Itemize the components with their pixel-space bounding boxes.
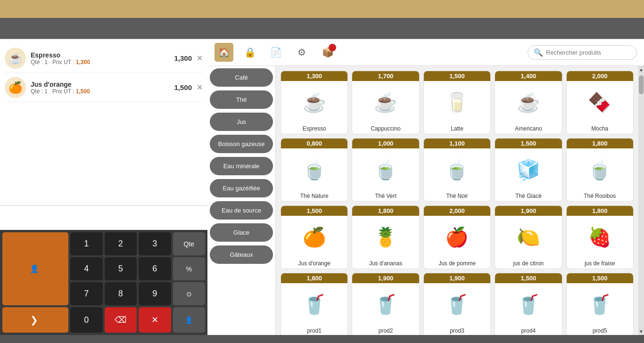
payment-button[interactable]: ❯: [2, 307, 68, 333]
category-button[interactable]: Gâteaux: [210, 245, 273, 264]
category-button[interactable]: Boisson gazeuse: [210, 135, 273, 153]
product-card[interactable]: 1,500 🥤 prod4: [495, 273, 562, 335]
product-card[interactable]: 1,800 🍵 Thé Rooibos: [566, 138, 634, 202]
product-image: ☕: [281, 81, 347, 123]
main-layout: ☕ Espresso Qté : 1 Prix UT : 1,300 1,300…: [0, 39, 644, 335]
product-image: 🥤: [495, 283, 561, 326]
numpad-key[interactable]: ✕: [139, 307, 171, 333]
top-toolbar: 🏠 🔒 📄 ⚙ 📦 🔍: [207, 39, 644, 66]
home-toolbar-button[interactable]: 🏠: [215, 43, 233, 62]
product-card[interactable]: 1,300 ☕ Espresso: [281, 71, 348, 134]
product-image: 🥤: [424, 283, 490, 326]
search-icon: 🔍: [534, 48, 543, 57]
product-price: 1,000: [352, 139, 419, 148]
product-image: 🍵: [567, 148, 633, 191]
doc-toolbar-button[interactable]: 📄: [266, 43, 285, 62]
category-button[interactable]: Eau gazéifiée: [210, 179, 273, 197]
item-details: Jus d'orange Qté : 1 Prix UT : 1,500: [31, 81, 174, 95]
product-card[interactable]: 1,400 ☕ Americano: [495, 71, 562, 134]
scroll-up-arrow[interactable]: ▲: [638, 66, 644, 73]
item-name: Espresso: [31, 51, 174, 59]
product-card[interactable]: 1,100 🍵 Thé Noir: [423, 138, 491, 202]
lock-toolbar-button[interactable]: 🔒: [240, 43, 259, 62]
numpad-key[interactable]: 8: [105, 282, 137, 305]
product-name: Cappuccino: [352, 123, 419, 134]
scroll-down-arrow[interactable]: ▼: [638, 328, 644, 335]
cart-item: ☕ Espresso Qté : 1 Prix UT : 1,300 1,300…: [5, 44, 203, 73]
product-card[interactable]: 1,800 🍍 Jus d'ananas: [352, 205, 419, 269]
numpad-key[interactable]: 👤: [173, 307, 206, 333]
numpad-key[interactable]: 1: [70, 232, 103, 255]
product-card[interactable]: 0,800 🍵 Thé Nature: [281, 138, 348, 202]
remove-item-button[interactable]: ✕: [197, 83, 203, 92]
product-grid-container[interactable]: 1,300 ☕ Espresso 1,700 ☕ Cappuccino 1,50…: [276, 66, 638, 335]
scrollbar[interactable]: ▲ ▼: [638, 66, 644, 335]
product-name: Thé Rooibos: [567, 191, 633, 201]
search-box[interactable]: 🔍: [528, 45, 637, 60]
left-panel: ☕ Espresso Qté : 1 Prix UT : 1,300 1,300…: [0, 39, 207, 335]
category-button[interactable]: Glace: [210, 223, 273, 242]
numpad-key[interactable]: Qte: [173, 232, 206, 255]
product-card[interactable]: 1,700 ☕ Cappuccino: [352, 71, 419, 134]
numpad-key[interactable]: 2: [105, 232, 137, 255]
remove-item-button[interactable]: ✕: [197, 54, 203, 63]
product-name: Jus de pomme: [424, 258, 490, 269]
numpad-key[interactable]: 7: [70, 282, 103, 305]
category-button[interactable]: Eau de source: [210, 201, 273, 220]
item-price: 1,500: [174, 83, 192, 91]
item-unit-price: 1,500: [76, 88, 90, 95]
product-name: Mocha: [567, 123, 633, 134]
product-image: 🍍: [352, 216, 419, 258]
product-image: 🥤: [567, 283, 633, 326]
product-card[interactable]: 1,500 🧊 Thé Glacé: [495, 138, 562, 202]
clients-icon: 👤: [30, 264, 39, 273]
search-input[interactable]: [546, 49, 631, 56]
item-unit-price: 1,300: [76, 59, 90, 65]
product-card[interactable]: 1,800 🥤 prod1: [281, 273, 348, 335]
category-button[interactable]: Thé: [210, 90, 273, 109]
item-image: 🍊: [5, 77, 26, 98]
product-card[interactable]: 1,500 🥛 Latte: [423, 71, 491, 134]
numpad-key[interactable]: 4: [70, 257, 103, 280]
scroll-thumb[interactable]: [639, 75, 644, 94]
product-price: 1,800: [567, 139, 633, 148]
product-price: 1,400: [495, 71, 561, 81]
product-price: 2,000: [567, 71, 633, 81]
product-price: 1,800: [281, 273, 347, 283]
clients-button[interactable]: 👤: [2, 232, 68, 305]
product-price: 1,900: [424, 273, 490, 283]
numpad-key[interactable]: ⊙: [173, 282, 206, 305]
product-card[interactable]: 1,900 🥤 prod2: [352, 273, 419, 335]
content-area: CaféThéJusBoisson gazeuseEau minéraleEau…: [207, 66, 644, 335]
category-button[interactable]: Eau minérale: [210, 157, 273, 175]
product-image: 🥤: [281, 283, 347, 326]
product-price: 1,500: [424, 71, 490, 81]
product-card[interactable]: 1,800 🍓 jus de fraise: [566, 205, 634, 269]
right-panel: 🏠 🔒 📄 ⚙ 📦 🔍 CaféThéJusBoisson gazeuseEau…: [207, 39, 644, 335]
title-bar: [0, 0, 644, 18]
numpad-key[interactable]: 0: [70, 307, 103, 333]
product-card[interactable]: 1,900 🥤 prod3: [423, 273, 491, 335]
numpad-key[interactable]: 3: [139, 232, 171, 255]
numpad-key[interactable]: 9: [139, 282, 171, 305]
category-button[interactable]: Jus: [210, 113, 273, 131]
gear-toolbar-button[interactable]: ⚙: [292, 43, 311, 62]
item-name: Jus d'orange: [31, 81, 174, 88]
numpad-key[interactable]: ⌫: [105, 307, 137, 333]
product-card[interactable]: 1,000 🍵 Thé Vert: [352, 138, 419, 202]
numpad-key[interactable]: 5: [105, 257, 137, 280]
product-grid: 1,300 ☕ Espresso 1,700 ☕ Cappuccino 1,50…: [281, 71, 634, 335]
notif-toolbar-button[interactable]: 📦: [318, 43, 337, 62]
numpad-key[interactable]: %: [173, 257, 206, 280]
product-card[interactable]: 2,000 🍎 Jus de pomme: [423, 205, 491, 269]
product-card[interactable]: 2,000 🍫 Mocha: [566, 71, 634, 134]
product-card[interactable]: 1,900 🍋 jus de citron: [495, 205, 562, 269]
app-bar: [0, 18, 644, 37]
product-card[interactable]: 1,500 🍊 Jus d'orange: [281, 205, 348, 269]
numpad-key[interactable]: 6: [139, 257, 171, 280]
product-card[interactable]: 1,500 🥤 prod5: [566, 273, 634, 335]
product-price: 1,800: [567, 206, 633, 216]
product-image: 🧊: [495, 148, 561, 191]
total-section: [0, 205, 207, 230]
category-button[interactable]: Café: [210, 68, 273, 87]
